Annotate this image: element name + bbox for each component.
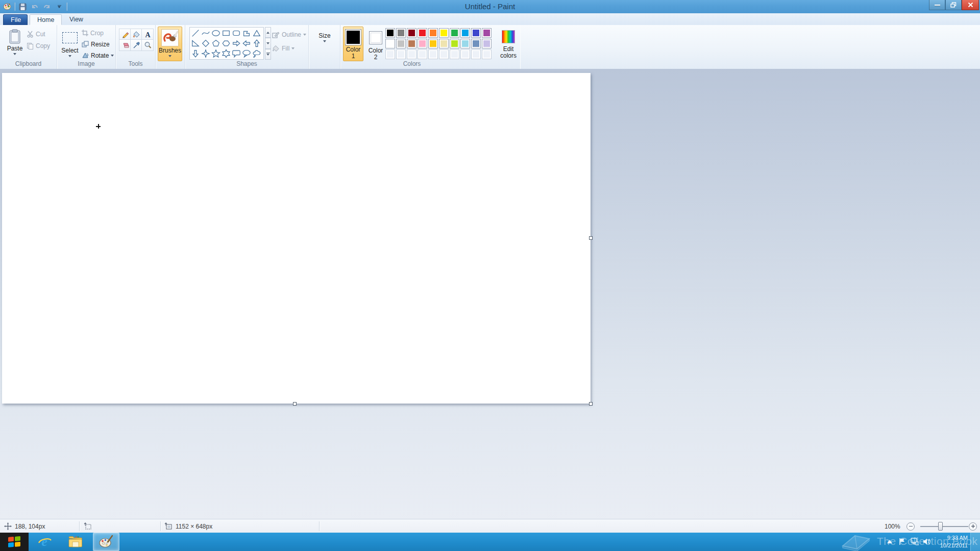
palette-swatch[interactable] (439, 28, 449, 38)
shape-oval-callout[interactable] (241, 48, 252, 59)
palette-swatch[interactable] (439, 39, 449, 48)
text-tool[interactable]: A (141, 29, 154, 40)
zoom-slider-track[interactable] (920, 526, 968, 527)
taskbar-paint-button[interactable] (93, 533, 119, 551)
shape-hexagon[interactable] (221, 38, 231, 48)
edit-colors-button[interactable]: Edit colors (497, 27, 520, 61)
brushes-button[interactable]: Brushes (158, 27, 182, 61)
palette-empty-slot[interactable] (439, 49, 449, 59)
color1-button[interactable]: Color 1 (343, 27, 363, 61)
shape-curve[interactable] (201, 28, 211, 38)
fill-button[interactable]: Fill (272, 43, 306, 54)
palette-empty-slot[interactable] (428, 49, 438, 59)
shape-rounded-rectangle[interactable] (231, 28, 241, 38)
palette-swatch[interactable] (385, 28, 395, 38)
shape-rectangle[interactable] (221, 28, 231, 38)
shape-down-arrow[interactable] (190, 48, 201, 59)
magnifier-tool[interactable] (141, 39, 154, 51)
zoom-in-button[interactable] (969, 522, 977, 531)
shapes-scroll-up-button[interactable] (265, 27, 271, 38)
tab-view[interactable]: View (62, 14, 90, 25)
resize-button[interactable]: Resize (82, 39, 114, 49)
show-desktop-button[interactable] (970, 533, 980, 551)
rotate-button[interactable]: Rotate (82, 50, 114, 61)
palette-swatch[interactable] (450, 39, 459, 48)
shape-line[interactable] (190, 28, 201, 38)
shape-left-arrow[interactable] (241, 38, 252, 48)
palette-swatch[interactable] (482, 28, 492, 38)
tab-file[interactable]: File (3, 14, 28, 25)
palette-swatch[interactable] (471, 28, 481, 38)
color-picker-tool[interactable] (130, 39, 142, 51)
network-icon[interactable] (911, 538, 919, 547)
minimize-button[interactable] (929, 0, 945, 10)
canvas-resize-handle-right[interactable] (589, 236, 593, 240)
palette-swatch[interactable] (385, 39, 395, 48)
palette-empty-slot[interactable] (396, 49, 406, 59)
shape-five-point-star[interactable] (211, 48, 221, 59)
cut-button[interactable]: Cut (27, 29, 50, 39)
zoom-slider-thumb[interactable] (938, 522, 943, 531)
eraser-tool[interactable] (119, 39, 131, 51)
undo-button[interactable] (30, 2, 40, 12)
palette-swatch[interactable] (428, 39, 438, 48)
select-button[interactable]: Select (59, 27, 81, 61)
crop-button[interactable]: Crop (82, 28, 114, 38)
shapes-scroll-down-button[interactable] (265, 38, 271, 48)
redo-button[interactable] (42, 2, 52, 12)
palette-swatch[interactable] (407, 28, 416, 38)
taskbar-internet-explorer-button[interactable]: e (32, 533, 58, 551)
shape-triangle[interactable] (252, 28, 262, 38)
color2-button[interactable]: Color 2 (366, 27, 385, 61)
taskbar-file-explorer-button[interactable] (62, 533, 89, 551)
shape-pentagon[interactable] (211, 38, 221, 48)
shape-cloud-callout[interactable] (252, 48, 262, 59)
shape-right-arrow[interactable] (231, 38, 241, 48)
tab-home[interactable]: Home (30, 14, 62, 25)
palette-swatch[interactable] (396, 39, 406, 48)
palette-empty-slot[interactable] (471, 49, 481, 59)
shape-up-arrow[interactable] (252, 38, 262, 48)
volume-icon[interactable] (923, 538, 931, 547)
copy-button[interactable]: Copy (27, 40, 50, 51)
pencil-tool[interactable] (119, 29, 131, 40)
shapes-more-button[interactable] (265, 49, 271, 60)
restore-button[interactable] (945, 0, 962, 10)
zoom-out-button[interactable] (906, 522, 915, 531)
canvas-resize-handle-corner[interactable] (589, 402, 593, 406)
canvas[interactable] (2, 73, 591, 404)
action-center-flag-icon[interactable] (898, 538, 905, 547)
palette-swatch[interactable] (418, 28, 427, 38)
palette-empty-slot[interactable] (385, 49, 395, 59)
fill-with-color-tool[interactable] (130, 29, 142, 40)
palette-swatch[interactable] (460, 28, 470, 38)
palette-swatch[interactable] (471, 39, 481, 48)
customize-qat-button[interactable] (54, 2, 64, 12)
shape-rounded-callout[interactable] (231, 48, 241, 59)
shape-right-triangle[interactable] (190, 38, 201, 48)
shape-oval[interactable] (211, 28, 221, 38)
start-button[interactable] (0, 533, 29, 551)
show-hidden-icons-button[interactable] (887, 540, 892, 543)
palette-empty-slot[interactable] (460, 49, 470, 59)
palette-empty-slot[interactable] (482, 49, 492, 59)
palette-swatch[interactable] (482, 39, 492, 48)
palette-swatch[interactable] (418, 39, 427, 48)
palette-swatch[interactable] (428, 28, 438, 38)
palette-empty-slot[interactable] (450, 49, 459, 59)
taskbar-clock[interactable]: 9:33 AM 10/21/2011 (940, 534, 968, 549)
palette-empty-slot[interactable] (407, 49, 416, 59)
palette-swatch[interactable] (396, 28, 406, 38)
palette-swatch[interactable] (450, 28, 459, 38)
palette-swatch[interactable] (460, 39, 470, 48)
shape-diamond[interactable] (201, 38, 211, 48)
shape-four-point-star[interactable] (201, 48, 211, 59)
palette-empty-slot[interactable] (418, 49, 427, 59)
save-button[interactable] (17, 2, 28, 12)
outline-button[interactable]: Outline (272, 29, 306, 40)
paste-button[interactable]: Paste (4, 27, 26, 61)
close-button[interactable] (962, 0, 979, 10)
size-button[interactable]: Size (313, 27, 336, 61)
shape-polygon[interactable] (241, 28, 252, 38)
palette-swatch[interactable] (407, 39, 416, 48)
